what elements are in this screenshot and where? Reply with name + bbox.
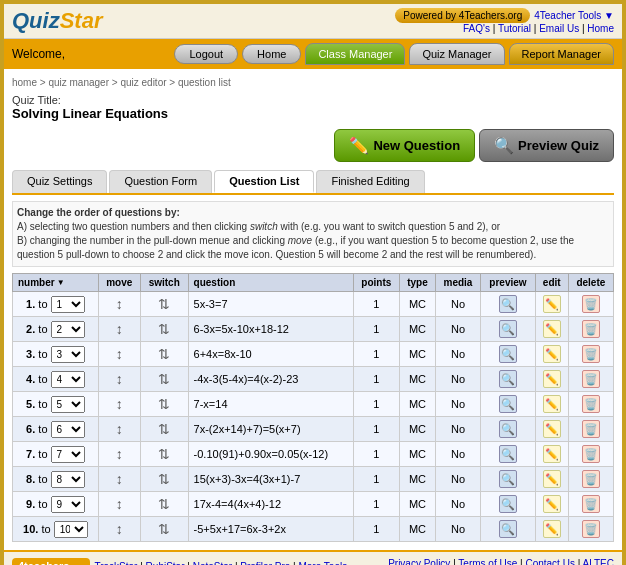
- preview-icon[interactable]: 🔍: [499, 520, 517, 538]
- logout-button[interactable]: Logout: [174, 44, 238, 64]
- teacher-tools-button[interactable]: 4Teacher Tools ▼: [534, 10, 614, 21]
- col-header-type: type: [400, 274, 436, 292]
- trackstar-link[interactable]: TrackStar: [94, 561, 137, 566]
- move-icon[interactable]: ↕: [116, 446, 123, 462]
- number-select[interactable]: 12345678910: [51, 496, 85, 513]
- tab-finished-editing[interactable]: Finished Editing: [316, 170, 424, 193]
- preview-icon[interactable]: 🔍: [499, 370, 517, 388]
- tab-question-form[interactable]: Question Form: [109, 170, 212, 193]
- row-question: -5+5x+17=6x-3+2x: [188, 517, 353, 542]
- edit-icon[interactable]: ✏️: [543, 320, 561, 338]
- faq-link[interactable]: FAQ's: [463, 23, 490, 34]
- col-header-question: question: [188, 274, 353, 292]
- edit-icon[interactable]: ✏️: [543, 520, 561, 538]
- new-question-button[interactable]: ✏️ New Question: [334, 129, 475, 162]
- preview-icon[interactable]: 🔍: [499, 470, 517, 488]
- delete-icon[interactable]: 🗑️: [582, 395, 600, 413]
- powered-badge: Powered by 4Teachers.org: [395, 8, 530, 23]
- row-media: No: [435, 517, 480, 542]
- quiz-manager-tab[interactable]: Quiz Manager: [409, 43, 504, 65]
- edit-icon[interactable]: ✏️: [543, 370, 561, 388]
- edit-icon[interactable]: ✏️: [543, 395, 561, 413]
- tutorial-link[interactable]: Tutorial: [498, 23, 531, 34]
- row-edit: ✏️: [535, 517, 568, 542]
- move-icon[interactable]: ↕: [116, 496, 123, 512]
- number-select[interactable]: 12345678910: [51, 346, 85, 363]
- number-select[interactable]: 12345678910: [51, 421, 85, 438]
- move-icon[interactable]: ↕: [116, 346, 123, 362]
- altec-link[interactable]: ALTEC: [583, 558, 615, 565]
- profiler-link[interactable]: Profiler Pro: [240, 561, 290, 566]
- switch-icon[interactable]: ⇅: [158, 296, 170, 312]
- number-select[interactable]: 12345678910: [51, 296, 85, 313]
- row-number: 6. to 12345678910: [13, 417, 99, 442]
- delete-icon[interactable]: 🗑️: [582, 495, 600, 513]
- switch-icon[interactable]: ⇅: [158, 321, 170, 337]
- powered-top: Powered by 4Teachers.org 4Teacher Tools …: [395, 8, 614, 23]
- move-icon[interactable]: ↕: [116, 296, 123, 312]
- preview-icon[interactable]: 🔍: [499, 420, 517, 438]
- home-link[interactable]: Home: [587, 23, 614, 34]
- switch-icon[interactable]: ⇅: [158, 446, 170, 462]
- switch-icon[interactable]: ⇅: [158, 371, 170, 387]
- preview-icon[interactable]: 🔍: [499, 445, 517, 463]
- tab-quiz-settings[interactable]: Quiz Settings: [12, 170, 107, 193]
- number-select[interactable]: 12345678910: [51, 471, 85, 488]
- more-tools-link[interactable]: More Tools: [298, 561, 347, 566]
- edit-icon[interactable]: ✏️: [543, 420, 561, 438]
- move-icon[interactable]: ↕: [116, 396, 123, 412]
- number-select[interactable]: 12345678910: [51, 371, 85, 388]
- preview-icon[interactable]: 🔍: [499, 320, 517, 338]
- col-header-delete: delete: [568, 274, 613, 292]
- report-manager-tab[interactable]: Report Manager: [509, 43, 615, 65]
- delete-icon[interactable]: 🗑️: [582, 520, 600, 538]
- delete-icon[interactable]: 🗑️: [582, 320, 600, 338]
- edit-icon[interactable]: ✏️: [543, 295, 561, 313]
- tab-question-list[interactable]: Question List: [214, 170, 314, 193]
- edit-icon[interactable]: ✏️: [543, 445, 561, 463]
- delete-icon[interactable]: 🗑️: [582, 370, 600, 388]
- home-button[interactable]: Home: [242, 44, 301, 64]
- email-link[interactable]: Email Us: [539, 23, 579, 34]
- move-icon[interactable]: ↕: [116, 321, 123, 337]
- number-select[interactable]: 12345678910: [51, 321, 85, 338]
- row-media: No: [435, 367, 480, 392]
- col-header-media: media: [435, 274, 480, 292]
- class-manager-tab[interactable]: Class Manager: [305, 43, 405, 65]
- switch-icon[interactable]: ⇅: [158, 421, 170, 437]
- number-select[interactable]: 12345678910: [51, 396, 85, 413]
- rubistar-link[interactable]: RubiStar: [146, 561, 185, 566]
- switch-icon[interactable]: ⇅: [158, 396, 170, 412]
- number-select[interactable]: 12345678910: [51, 446, 85, 463]
- row-type: MC: [400, 392, 436, 417]
- move-icon[interactable]: ↕: [116, 521, 123, 537]
- notestar-link[interactable]: NoteStar: [193, 561, 232, 566]
- switch-icon[interactable]: ⇅: [158, 471, 170, 487]
- footer-right-links: Privacy Policy | Terms of Use | Contact …: [388, 558, 614, 565]
- privacy-link[interactable]: Privacy Policy: [388, 558, 450, 565]
- delete-icon[interactable]: 🗑️: [582, 445, 600, 463]
- switch-icon[interactable]: ⇅: [158, 521, 170, 537]
- delete-icon[interactable]: 🗑️: [582, 420, 600, 438]
- delete-icon[interactable]: 🗑️: [582, 470, 600, 488]
- edit-icon[interactable]: ✏️: [543, 495, 561, 513]
- edit-icon[interactable]: ✏️: [543, 345, 561, 363]
- row-delete: 🗑️: [568, 417, 613, 442]
- move-icon[interactable]: ↕: [116, 471, 123, 487]
- delete-icon[interactable]: 🗑️: [582, 345, 600, 363]
- preview-icon[interactable]: 🔍: [499, 395, 517, 413]
- number-select[interactable]: 12345678910: [54, 521, 88, 538]
- edit-icon[interactable]: ✏️: [543, 470, 561, 488]
- preview-quiz-button[interactable]: 🔍 Preview Quiz: [479, 129, 614, 162]
- move-icon[interactable]: ↕: [116, 421, 123, 437]
- contact-link[interactable]: Contact Us: [525, 558, 574, 565]
- switch-icon[interactable]: ⇅: [158, 496, 170, 512]
- move-icon[interactable]: ↕: [116, 371, 123, 387]
- preview-icon[interactable]: 🔍: [499, 345, 517, 363]
- row-move: ↕: [98, 442, 140, 467]
- preview-icon[interactable]: 🔍: [499, 295, 517, 313]
- preview-icon[interactable]: 🔍: [499, 495, 517, 513]
- delete-icon[interactable]: 🗑️: [582, 295, 600, 313]
- terms-link[interactable]: Terms of Use: [458, 558, 517, 565]
- switch-icon[interactable]: ⇅: [158, 346, 170, 362]
